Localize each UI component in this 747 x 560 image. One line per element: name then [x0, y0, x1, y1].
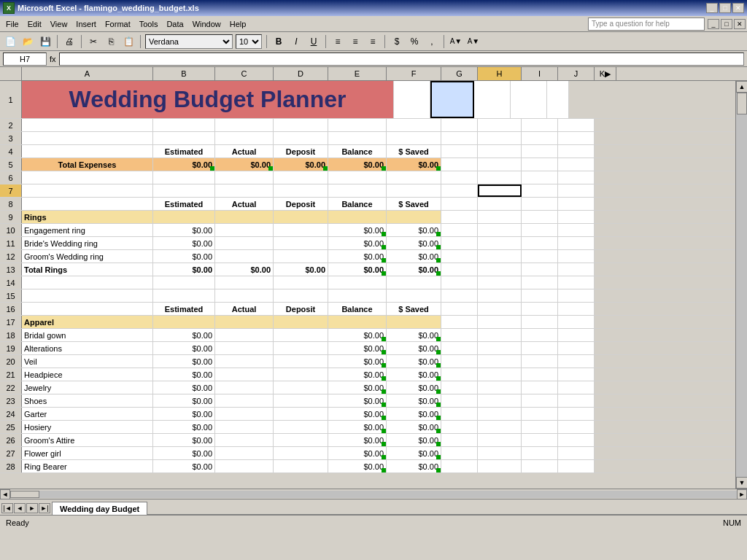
cell-d25[interactable] — [274, 421, 328, 433]
cell-j17[interactable] — [558, 316, 595, 328]
cell-j16[interactable] — [558, 303, 595, 315]
cell-d10[interactable] — [274, 224, 328, 236]
cell-j7[interactable] — [558, 184, 595, 197]
cell-h17[interactable] — [478, 316, 522, 328]
cell-h13[interactable] — [478, 263, 522, 276]
new-button[interactable]: 📄 — [3, 34, 18, 49]
cell-g28[interactable] — [441, 460, 478, 472]
cell-c21[interactable] — [215, 368, 274, 381]
cell-i10[interactable] — [522, 224, 558, 236]
cell-e23[interactable]: $0.00 — [328, 394, 387, 407]
cell-h19[interactable] — [478, 342, 522, 354]
cell-j11[interactable] — [558, 237, 595, 249]
cell-i5[interactable] — [522, 158, 558, 171]
cell-d16[interactable]: Deposit — [274, 303, 328, 315]
cell-g14[interactable] — [441, 276, 478, 289]
cell-j24[interactable] — [558, 408, 595, 420]
cell-g11[interactable] — [441, 237, 478, 249]
row-num-17[interactable]: 17 — [0, 316, 22, 328]
cell-g25[interactable] — [441, 421, 478, 433]
cell-i21[interactable] — [522, 368, 558, 381]
row-num-16[interactable]: 16 — [0, 303, 22, 315]
cell-c14[interactable] — [215, 276, 274, 289]
cell-c20[interactable] — [215, 355, 274, 368]
font-color-button[interactable]: A▼ — [466, 34, 481, 49]
cell-i16[interactable] — [522, 303, 558, 315]
menu-tools[interactable]: Tools — [135, 18, 163, 30]
cell-f24[interactable]: $0.00 — [387, 408, 441, 420]
cell-d27[interactable] — [274, 447, 328, 459]
cell-h15[interactable] — [478, 289, 522, 302]
cell-d3[interactable] — [274, 132, 328, 144]
cell-d28[interactable] — [274, 460, 328, 472]
cell-f10[interactable]: $0.00 — [387, 224, 441, 236]
cell-f27[interactable]: $0.00 — [387, 447, 441, 459]
cell-j5[interactable] — [558, 158, 595, 171]
cell-a15[interactable] — [22, 289, 153, 302]
menu-file[interactable]: File — [1, 18, 23, 30]
col-header-k[interactable]: K▶ — [595, 67, 616, 80]
cell-h26[interactable] — [478, 434, 522, 446]
row-num-26[interactable]: 26 — [0, 434, 22, 446]
cell-b25[interactable]: $0.00 — [153, 421, 215, 433]
cell-h28[interactable] — [478, 460, 522, 472]
menu-view[interactable]: View — [46, 18, 72, 30]
cell-i15[interactable] — [522, 289, 558, 302]
cell-d24[interactable] — [274, 408, 328, 420]
cell-e5[interactable]: $0.00 — [328, 158, 387, 171]
cell-h9[interactable] — [478, 211, 522, 223]
cell-g24[interactable] — [441, 408, 478, 420]
tab-prev-button[interactable]: ◄ — [14, 503, 26, 513]
align-center-button[interactable]: ≡ — [348, 34, 363, 49]
cell-f4[interactable]: $ Saved — [387, 145, 441, 158]
cell-d13[interactable]: $0.00 — [274, 263, 328, 276]
cell-h10[interactable] — [478, 224, 522, 236]
cell-j23[interactable] — [558, 394, 595, 407]
cell-b15[interactable] — [153, 289, 215, 302]
cell-h23[interactable] — [478, 394, 522, 407]
cell-e26[interactable]: $0.00 — [328, 434, 387, 446]
cell-h6[interactable] — [478, 171, 522, 184]
cell-c22[interactable] — [215, 381, 274, 394]
cell-g8[interactable] — [441, 198, 478, 210]
row-num-25[interactable]: 25 — [0, 421, 22, 433]
cell-c18[interactable] — [215, 329, 274, 341]
cell-j28[interactable] — [558, 460, 595, 472]
cell-b26[interactable]: $0.00 — [153, 434, 215, 446]
menu-edit[interactable]: Edit — [23, 18, 46, 30]
cell-f20[interactable]: $0.00 — [387, 355, 441, 368]
cell-f19[interactable]: $0.00 — [387, 342, 441, 354]
cell-b12[interactable]: $0.00 — [153, 250, 215, 262]
cell-i22[interactable] — [522, 381, 558, 394]
cell-a24[interactable]: Garter — [22, 408, 153, 420]
cell-f8[interactable]: $ Saved — [387, 198, 441, 210]
menu-format[interactable]: Format — [101, 18, 135, 30]
app-restore-button[interactable]: □ — [721, 19, 732, 29]
cell-a19[interactable]: Alterations — [22, 342, 153, 354]
cell-i24[interactable] — [522, 408, 558, 420]
cell-a9[interactable]: Rings — [22, 211, 153, 223]
cell-j8[interactable] — [558, 198, 595, 210]
cell-e3[interactable] — [328, 132, 387, 144]
cell-g21[interactable] — [441, 368, 478, 381]
col-header-f[interactable]: F — [387, 67, 441, 80]
cell-f14[interactable] — [387, 276, 441, 289]
cell-j12[interactable] — [558, 250, 595, 262]
cell-b24[interactable]: $0.00 — [153, 408, 215, 420]
cell-b20[interactable]: $0.00 — [153, 355, 215, 368]
menu-window[interactable]: Window — [188, 18, 225, 30]
cell-i1[interactable] — [474, 81, 511, 118]
cell-g10[interactable] — [441, 224, 478, 236]
col-header-c[interactable]: C — [215, 67, 274, 80]
cell-i11[interactable] — [522, 237, 558, 249]
cell-e18[interactable]: $0.00 — [328, 329, 387, 341]
cell-e13[interactable]: $0.00 — [328, 263, 387, 276]
cell-c12[interactable] — [215, 250, 274, 262]
close-button[interactable]: ✕ — [732, 3, 744, 13]
cell-f15[interactable] — [387, 289, 441, 302]
cell-f22[interactable]: $0.00 — [387, 381, 441, 394]
cell-c17[interactable] — [215, 316, 274, 328]
cell-j3[interactable] — [558, 132, 595, 144]
cell-c27[interactable] — [215, 447, 274, 459]
cell-c2[interactable] — [215, 119, 274, 131]
